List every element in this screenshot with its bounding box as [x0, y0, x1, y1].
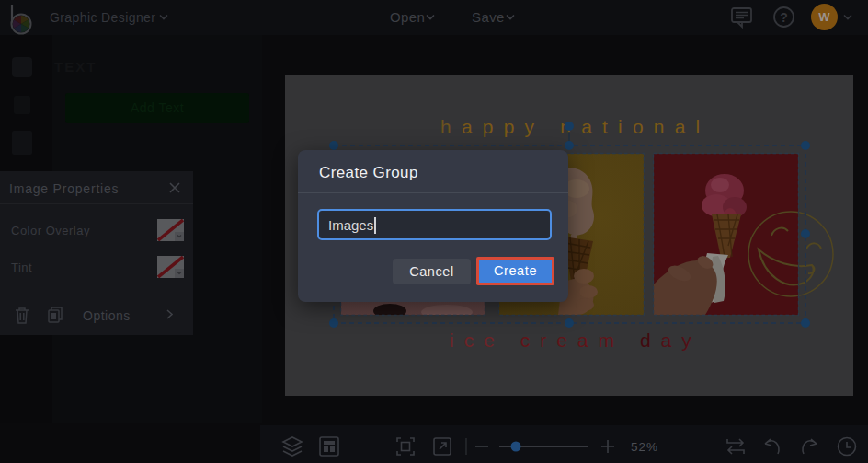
svg-text:?: ? — [780, 10, 788, 25]
svg-text:52%: 52% — [631, 440, 658, 454]
